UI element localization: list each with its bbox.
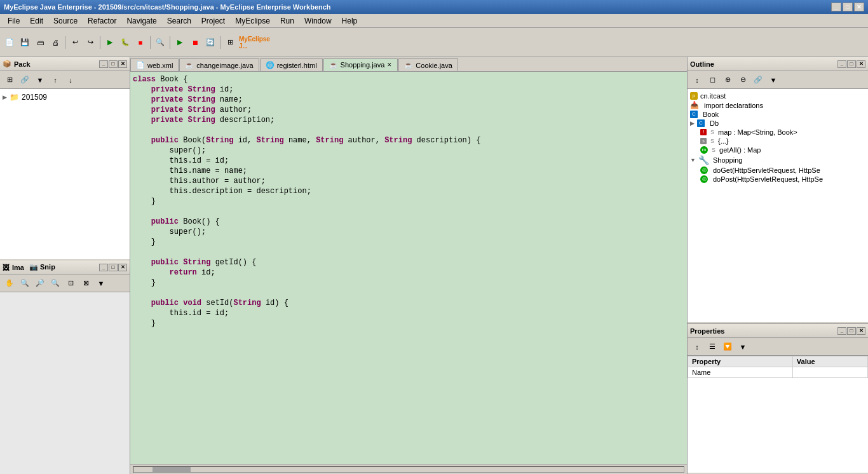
menu-refactor[interactable]: Refactor [83,15,121,27]
title-controls: _ □ ✕ [831,3,864,11]
image-content [0,292,130,474]
new-button[interactable]: 📄 [3,36,17,50]
img-zoom-btn[interactable]: 🔍 [18,276,32,290]
expand-arrow[interactable]: ▶ [690,120,695,126]
outline-item-static-block[interactable]: s S {...} [690,137,865,146]
outline-minimize-btn[interactable]: _ [837,60,846,68]
tree-expand-arrow[interactable]: ▶ [3,94,7,100]
server-restart[interactable]: 🔄 [203,36,217,50]
outline-item-doget[interactable]: ◎ doGet(HttpServletRequest, HttpSe [690,166,865,175]
outline-label: getAll() : Map [719,146,761,154]
outline-link-btn[interactable]: 🔗 [751,73,765,87]
img-panel-controls: _ □ ✕ [99,264,127,271]
outline-label: {...} [718,137,729,145]
field-icon: f [700,129,707,135]
tree-item-201509[interactable]: ▶ 📁 201509 [3,91,127,103]
pkg-collapse-btn[interactable]: ⊞ [3,73,17,87]
outline-collapse-btn[interactable]: ⊖ [736,73,750,87]
save-button[interactable]: 💾 [18,36,32,50]
tab-webxml[interactable]: 📄 web.xml [130,58,179,71]
tab-cookie[interactable]: ☕ Cookie.java [398,58,458,71]
maximize-button[interactable]: □ [843,3,853,11]
menu-navigate[interactable]: Navigate [121,15,161,27]
tab-shopping-close[interactable]: ✕ [387,62,392,68]
outline-item-cn-itcast[interactable]: p cn.itcast [690,91,865,100]
outline-item-getall[interactable]: m S getAll() : Map [690,146,865,154]
menu-help[interactable]: Help [337,15,363,27]
scrollbar-thumb[interactable] [153,467,191,472]
method-icon3: ◎ [700,175,708,183]
pkg-menu-btn[interactable]: ▼ [33,73,47,87]
props-minimize-btn[interactable]: _ [837,327,846,335]
outline-sort-btn[interactable]: ↕ [690,73,704,87]
menu-window[interactable]: Window [299,15,337,27]
menu-run[interactable]: Run [275,15,299,27]
tab-changeimage[interactable]: ☕ changeimage.java [179,58,259,71]
props-maximize-btn[interactable]: □ [847,327,856,335]
menu-myeclipse[interactable]: MyEclipse [230,15,275,27]
tab-shopping[interactable]: ☕ Shopping.java ✕ [323,58,398,71]
img-maximize-btn[interactable]: □ [109,264,118,271]
menu-project[interactable]: Project [196,15,230,27]
expand-arrow2[interactable]: ▼ [690,157,696,163]
outline-item-db[interactable]: ▶ C Db [690,119,865,128]
menu-source[interactable]: Source [48,15,83,27]
myeclipse-logo[interactable]: MyEclipse J... [238,36,276,50]
stop-button[interactable]: ■ [133,36,147,50]
pkg-up-btn[interactable]: ↑ [48,73,62,87]
maximize-panel-btn[interactable]: □ [109,60,118,68]
img-more-btn[interactable]: ▼ [94,276,108,290]
save-all-button[interactable]: 🗃 [33,36,47,50]
outline-menu-btn[interactable]: ▼ [766,73,780,87]
outline-maximize-btn[interactable]: □ [847,60,856,68]
server-start[interactable]: ▶ [173,36,187,50]
pkg-link-btn[interactable]: 🔗 [18,73,32,87]
debug-button[interactable]: 🐛 [118,36,132,50]
img-close-btn[interactable]: ✕ [118,264,127,271]
img-zoomout-btn[interactable]: 🔍 [48,276,62,290]
outline-item-map[interactable]: f S map : Map<String, Book> [690,128,865,137]
editor-tab-bar: 📄 web.xml ☕ changeimage.java 🌐 registerl… [130,57,687,72]
undo-button[interactable]: ↩ [68,36,82,50]
outline-item-imports[interactable]: 📥 import declarations [690,100,865,110]
outline-expand-btn[interactable]: ⊕ [721,73,735,87]
toolbar-separator-2 [100,36,100,49]
minimize-panel-btn[interactable]: _ [99,60,108,68]
img-zoomin-btn[interactable]: 🔎 [33,276,47,290]
img-size-btn[interactable]: ⊡ [64,276,78,290]
props-filter-btn[interactable]: 🔽 [721,340,735,354]
menu-edit[interactable]: Edit [25,15,48,27]
print-button[interactable]: 🖨 [48,36,62,50]
run-button[interactable]: ▶ [103,36,117,50]
close-panel-btn[interactable]: ✕ [118,60,127,68]
server-stop[interactable]: ⏹ [188,36,202,50]
horizontal-scrollbar[interactable] [133,466,684,473]
props-cat-btn[interactable]: ☰ [705,340,719,354]
outline-item-book[interactable]: C Book [690,110,865,119]
outline-label: doGet(HttpServletRequest, HttpSe [713,166,820,174]
outline-hide-btn[interactable]: ◻ [705,73,719,87]
outline-item-shopping[interactable]: ▼ 🔧 Shopping [690,154,865,166]
menu-search[interactable]: Search [162,15,196,27]
menu-file[interactable]: File [3,15,25,27]
method-icon: m [700,146,708,154]
outline-item-dopost[interactable]: ◎ doPost(HttpServletRequest, HttpSe [690,175,865,184]
shopping-class-icon: 🔧 [698,155,709,165]
redo-button[interactable]: ↪ [83,36,97,50]
tab-registerl[interactable]: 🌐 registerl.html [260,58,323,71]
minimize-button[interactable]: _ [831,3,841,11]
props-menu-btn[interactable]: ▼ [736,340,750,354]
search-button[interactable]: 🔍 [153,36,167,50]
props-sort-btn[interactable]: ↕ [690,340,704,354]
code-editor[interactable]: class Book { private String id; private … [130,72,687,464]
method-icon2: ◎ [700,166,708,174]
img-hand-btn[interactable]: ✋ [3,276,17,290]
outline-close-btn[interactable]: ✕ [857,60,865,68]
pkg-down-btn[interactable]: ↓ [64,73,78,87]
img-minimize-btn[interactable]: _ [99,264,108,271]
perspective-button[interactable]: ⊞ [223,36,237,50]
img-fit-btn[interactable]: ⊠ [79,276,93,290]
outline-title: Outline [690,60,714,68]
props-close-btn[interactable]: ✕ [857,327,865,335]
close-button[interactable]: ✕ [854,3,864,11]
